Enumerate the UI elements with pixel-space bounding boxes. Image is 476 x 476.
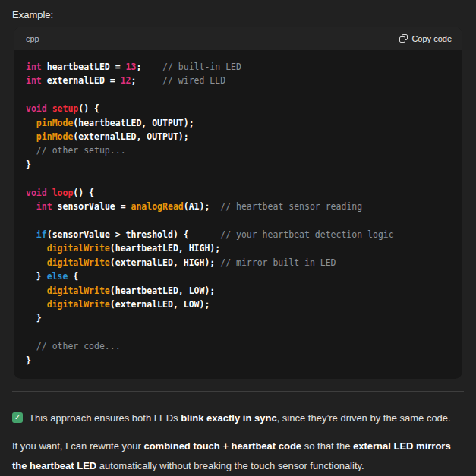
copy-code-button[interactable]: Copy code [399, 34, 452, 43]
sync-note-text: This approach ensures both LEDs blink ex… [29, 411, 451, 424]
code-content: int heartbeatLED = 13; // built-in LED i… [14, 50, 462, 379]
code-block: cpp Copy code int heartbeatLED = 13; // … [14, 27, 462, 379]
sync-note: ✓ This approach ensures both LEDs blink … [12, 411, 464, 424]
code-block-header: cpp Copy code [14, 27, 462, 50]
check-icon: ✓ [12, 412, 23, 423]
example-label: Example: [0, 0, 476, 20]
copy-code-label: Copy code [411, 34, 452, 43]
closing-paragraph: If you want, I can rewrite your combined… [12, 437, 464, 476]
copy-icon [399, 34, 408, 43]
language-label: cpp [26, 34, 39, 43]
message-divider [12, 391, 464, 392]
